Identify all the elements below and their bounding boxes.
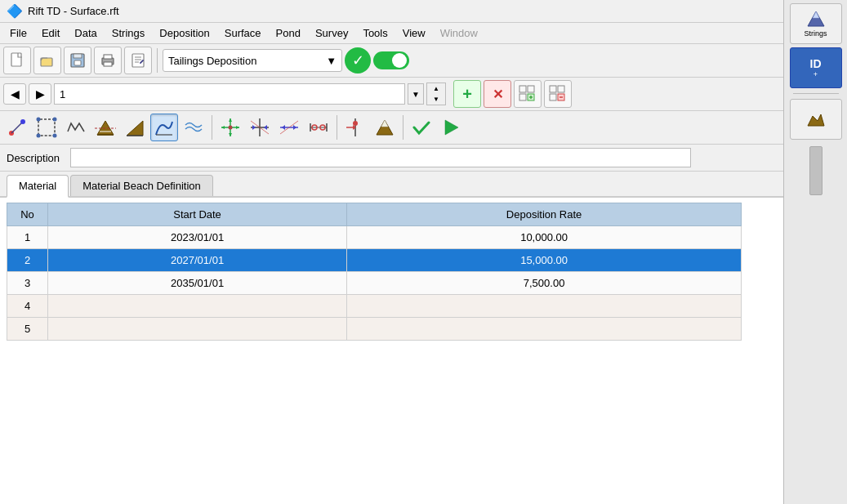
tab-material-beach[interactable]: Material Beach Definition xyxy=(70,175,213,196)
cell-no-2: 2 xyxy=(7,249,48,272)
point-tool-button[interactable] xyxy=(3,114,31,141)
deposition-dropdown-value: Tailings Deposition xyxy=(168,55,256,67)
spread-button[interactable] xyxy=(275,114,303,141)
menu-strings[interactable]: Strings xyxy=(105,25,151,42)
table-row[interactable]: 4 xyxy=(7,295,742,318)
table-row[interactable]: 1 2023/01/01 10,000.00 xyxy=(7,226,742,249)
strings-panel-button[interactable]: Strings xyxy=(790,3,842,44)
strings-label: Strings xyxy=(804,29,827,38)
id-panel-label: + xyxy=(814,70,818,78)
toolbar3-sep1 xyxy=(212,115,212,140)
table-area: No Start Date Deposition Rate 1 2023/01/… xyxy=(0,198,783,504)
menu-surface[interactable]: Surface xyxy=(218,25,268,42)
title-bar: 🔷 Rift TD - Surface.rft xyxy=(0,0,783,23)
slope-tool-button[interactable] xyxy=(121,114,149,141)
nav-dropdown[interactable]: ▼ xyxy=(408,83,424,105)
move-all-button[interactable] xyxy=(216,114,244,141)
spin-down-button[interactable]: ▼ xyxy=(427,94,445,105)
select-tool-button[interactable] xyxy=(33,114,60,141)
cell-no-1: 1 xyxy=(7,226,48,249)
menu-survey[interactable]: Survey xyxy=(309,25,354,42)
mountain-button[interactable] xyxy=(371,114,399,141)
deposition-dropdown[interactable]: Tailings Deposition ▼ xyxy=(163,49,342,72)
cell-date-2[interactable]: 2027/01/01 xyxy=(48,249,347,272)
svg-rect-4 xyxy=(74,60,81,65)
svg-marker-49 xyxy=(264,125,267,130)
menu-deposition[interactable]: Deposition xyxy=(153,25,216,42)
confirm-button[interactable]: ✓ xyxy=(345,47,371,74)
ripple-tool-button[interactable] xyxy=(180,114,207,141)
print-button[interactable] xyxy=(94,47,122,74)
svg-marker-42 xyxy=(229,133,232,136)
add-row-button[interactable]: + xyxy=(453,80,481,108)
wave-tool-button[interactable] xyxy=(62,114,90,141)
scrollbar[interactable] xyxy=(809,146,822,195)
tab-material[interactable]: Material xyxy=(7,175,69,198)
col-header-deposition-rate: Deposition Rate xyxy=(347,203,742,226)
new-button[interactable] xyxy=(3,47,31,74)
svg-marker-44 xyxy=(236,126,239,129)
nav-back-button[interactable]: ◀ xyxy=(3,83,26,105)
svg-marker-52 xyxy=(282,125,285,130)
svg-marker-36 xyxy=(127,121,143,136)
toggle-button[interactable] xyxy=(373,51,409,69)
cell-rate-2[interactable]: 15,000.00 xyxy=(347,249,742,272)
svg-rect-20 xyxy=(558,86,564,92)
dropdown-arrow-icon: ▼ xyxy=(326,55,337,67)
check-green-button[interactable] xyxy=(408,114,435,141)
table-row[interactable]: 2 2027/01/01 15,000.00 xyxy=(7,249,742,272)
grid-add-button[interactable] xyxy=(514,80,542,108)
terrain-panel-button[interactable] xyxy=(790,99,842,140)
menu-view[interactable]: View xyxy=(396,25,432,42)
split-tool-button[interactable] xyxy=(341,114,369,141)
nav-input[interactable] xyxy=(54,83,405,105)
curve-tool-button[interactable] xyxy=(150,114,178,141)
tabs-row: Material Material Beach Definition xyxy=(0,172,783,198)
table-row[interactable]: 3 2035/01/01 7,500.00 xyxy=(7,272,742,295)
cell-date-1[interactable]: 2023/01/01 xyxy=(48,226,347,249)
play-button[interactable] xyxy=(437,114,465,141)
svg-marker-48 xyxy=(252,125,256,130)
toolbar1: Tailings Deposition ▼ ✓ xyxy=(0,44,783,78)
cell-rate-1[interactable]: 10,000.00 xyxy=(347,226,742,249)
open-button[interactable] xyxy=(33,47,61,74)
delete-row-button[interactable]: ✕ xyxy=(484,80,511,108)
col-header-start-date: Start Date xyxy=(48,203,347,226)
spin-up-button[interactable]: ▲ xyxy=(427,83,445,94)
level-tool-button[interactable] xyxy=(91,114,119,141)
toolbar1-separator xyxy=(157,48,158,73)
compress-button[interactable] xyxy=(246,114,274,141)
svg-marker-65 xyxy=(381,120,388,127)
cell-rate-3[interactable]: 7,500.00 xyxy=(347,272,742,295)
menu-window[interactable]: Window xyxy=(434,25,484,42)
cell-date-3[interactable]: 2035/01/01 xyxy=(48,272,347,295)
svg-point-45 xyxy=(229,126,233,130)
nav-forward-button[interactable]: ▶ xyxy=(29,83,51,105)
edit-button[interactable] xyxy=(124,47,152,74)
data-table: No Start Date Deposition Rate 1 2023/01/… xyxy=(7,203,742,341)
svg-marker-41 xyxy=(229,118,232,122)
table-row[interactable]: 5 xyxy=(7,318,742,341)
description-input[interactable] xyxy=(70,148,691,167)
menu-tools[interactable]: Tools xyxy=(356,25,394,42)
svg-point-28 xyxy=(37,118,41,122)
svg-point-63 xyxy=(353,121,358,126)
menu-pond[interactable]: Pond xyxy=(270,25,307,42)
id-panel-button[interactable]: ID + xyxy=(790,47,842,88)
window-title: Rift TD - Surface.rft xyxy=(28,5,119,17)
cell-no-3: 3 xyxy=(7,272,48,295)
menu-data[interactable]: Data xyxy=(68,25,103,42)
right-panel-separator xyxy=(793,93,839,94)
cell-rate-4[interactable] xyxy=(347,295,742,318)
id-label-text: ID xyxy=(810,57,822,70)
grid-del-button[interactable] xyxy=(544,80,572,108)
distribute-button[interactable] xyxy=(305,114,332,141)
cell-rate-5[interactable] xyxy=(347,318,742,341)
svg-rect-7 xyxy=(104,62,112,66)
cell-date-5[interactable] xyxy=(48,318,347,341)
menu-file[interactable]: File xyxy=(3,25,33,42)
menu-edit[interactable]: Edit xyxy=(35,25,66,42)
cell-date-4[interactable] xyxy=(48,295,347,318)
svg-marker-68 xyxy=(813,11,819,18)
save-button[interactable] xyxy=(64,47,91,74)
